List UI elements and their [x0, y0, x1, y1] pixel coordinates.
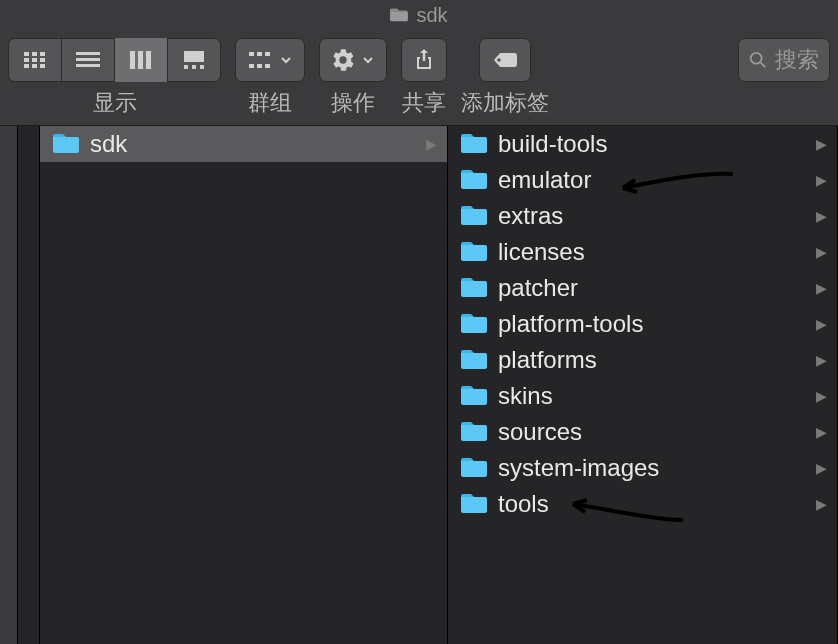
view-mode-segmented [8, 38, 221, 82]
file-item-licenses[interactable]: licenses▶ [448, 234, 837, 270]
view-mode-group: 显示 [8, 38, 221, 118]
svg-rect-5 [40, 58, 45, 62]
view-icon-columns[interactable] [115, 38, 168, 82]
search-group: 搜索 [738, 38, 830, 82]
tag-button[interactable] [479, 38, 531, 82]
chevron-right-icon: ▶ [816, 316, 827, 332]
tag-label: 添加标签 [461, 88, 549, 118]
svg-rect-9 [76, 52, 100, 55]
file-label: emulator [498, 166, 806, 194]
action-group: 操作 [319, 38, 387, 118]
sidebar-gutter [0, 126, 18, 644]
svg-rect-1 [32, 52, 37, 56]
action-button[interactable] [319, 38, 387, 82]
chevron-right-icon: ▶ [816, 352, 827, 368]
svg-rect-12 [130, 51, 135, 69]
group-button[interactable] [235, 38, 305, 82]
svg-rect-18 [200, 65, 204, 69]
chevron-right-icon: ▶ [816, 424, 827, 440]
search-placeholder: 搜索 [775, 45, 819, 75]
svg-rect-22 [249, 64, 254, 68]
file-item-sdk[interactable]: sdk▶ [40, 126, 447, 162]
search-icon [749, 51, 767, 69]
file-label: system-images [498, 454, 806, 482]
svg-rect-11 [76, 64, 100, 67]
chevron-right-icon: ▶ [816, 244, 827, 260]
action-label: 操作 [331, 88, 375, 118]
svg-point-25 [497, 58, 501, 62]
search-input[interactable]: 搜索 [738, 38, 830, 82]
svg-rect-7 [32, 64, 37, 68]
file-label: build-tools [498, 130, 806, 158]
file-label: sdk [90, 130, 416, 158]
share-group: 共享 [401, 38, 447, 118]
chevron-right-icon: ▶ [816, 280, 827, 296]
file-label: tools [498, 490, 806, 518]
gear-icon [332, 49, 354, 71]
view-label: 显示 [93, 88, 137, 118]
svg-point-26 [751, 53, 762, 64]
file-item-skins[interactable]: skins▶ [448, 378, 837, 414]
chevron-right-icon: ▶ [816, 208, 827, 224]
file-label: sources [498, 418, 806, 446]
svg-rect-20 [257, 52, 262, 56]
group-icon [248, 51, 272, 69]
svg-rect-4 [32, 58, 37, 62]
toolbar: 显示 群组 操作 共享 [0, 30, 838, 126]
svg-rect-8 [40, 64, 45, 68]
chevron-right-icon: ▶ [816, 460, 827, 476]
chevron-right-icon: ▶ [816, 496, 827, 512]
tag-icon [492, 51, 518, 69]
svg-line-27 [761, 63, 766, 67]
svg-rect-2 [40, 52, 45, 56]
column-0[interactable] [18, 126, 40, 644]
chevron-right-icon: ▶ [816, 388, 827, 404]
file-label: platforms [498, 346, 806, 374]
file-browser: sdk▶ build-tools▶ emulator▶ extras▶ lice… [0, 126, 838, 644]
file-item-system-images[interactable]: system-images▶ [448, 450, 837, 486]
column-2[interactable]: build-tools▶ emulator▶ extras▶ licenses▶… [448, 126, 838, 644]
file-item-platforms[interactable]: platforms▶ [448, 342, 837, 378]
chevron-right-icon: ▶ [426, 136, 437, 152]
file-item-build-tools[interactable]: build-tools▶ [448, 126, 837, 162]
chevron-down-icon [362, 54, 374, 66]
share-icon [414, 48, 434, 72]
file-item-sources[interactable]: sources▶ [448, 414, 837, 450]
file-label: platform-tools [498, 310, 806, 338]
svg-rect-15 [184, 51, 204, 62]
svg-rect-23 [257, 64, 262, 68]
svg-rect-19 [249, 52, 254, 56]
view-icon-gallery[interactable] [168, 38, 220, 82]
chevron-right-icon: ▶ [816, 172, 827, 188]
share-label: 共享 [402, 88, 446, 118]
file-item-tools[interactable]: tools▶ [448, 486, 837, 522]
svg-rect-3 [24, 58, 29, 62]
svg-rect-16 [184, 65, 188, 69]
column-1[interactable]: sdk▶ [40, 126, 448, 644]
svg-rect-13 [138, 51, 143, 69]
svg-rect-21 [265, 52, 270, 56]
svg-rect-10 [76, 58, 100, 61]
view-icon-list[interactable] [62, 38, 115, 82]
group-by-group: 群组 [235, 38, 305, 118]
chevron-right-icon: ▶ [816, 136, 827, 152]
file-item-emulator[interactable]: emulator▶ [448, 162, 837, 198]
tag-group: 添加标签 [461, 38, 549, 118]
window-title: sdk [416, 4, 447, 27]
file-item-platform-tools[interactable]: platform-tools▶ [448, 306, 837, 342]
file-label: extras [498, 202, 806, 230]
svg-rect-6 [24, 64, 29, 68]
svg-rect-14 [146, 51, 151, 69]
share-button[interactable] [401, 38, 447, 82]
file-item-patcher[interactable]: patcher▶ [448, 270, 837, 306]
svg-rect-24 [265, 64, 270, 68]
chevron-down-icon [280, 54, 292, 66]
title-folder-icon [390, 8, 408, 22]
svg-rect-17 [192, 65, 196, 69]
group-label: 群组 [248, 88, 292, 118]
svg-rect-0 [24, 52, 29, 56]
file-label: licenses [498, 238, 806, 266]
file-item-extras[interactable]: extras▶ [448, 198, 837, 234]
file-label: patcher [498, 274, 806, 302]
view-icon-grid[interactable] [9, 38, 62, 82]
